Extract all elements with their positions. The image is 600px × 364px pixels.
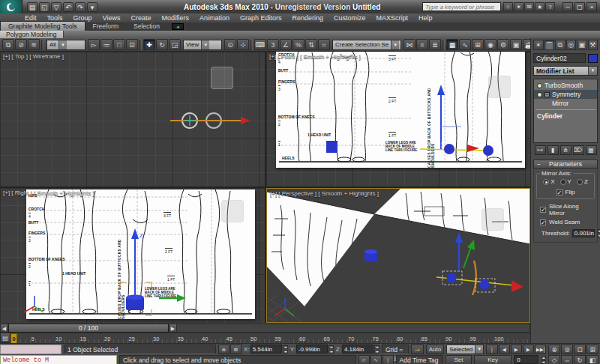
threshold-spinner[interactable]: [597, 229, 600, 237]
mini-curve-editor-icon[interactable]: ▤: [0, 333, 10, 343]
viewport-perspective[interactable]: [+] [ Perspective ] [ Smooth + Highlight…: [266, 188, 530, 323]
align-icon[interactable]: ≡: [416, 39, 428, 50]
pin-stack-icon[interactable]: ⊶: [535, 145, 546, 155]
go-to-key-start-icon[interactable]: |◀◀: [382, 355, 394, 364]
keyboard-shortcut-override-icon[interactable]: ⌨: [254, 39, 266, 50]
viewport-perspective-label[interactable]: [+] [ Perspective ] [ Smooth + Highlight…: [270, 190, 379, 197]
snap-toggle-3d-icon[interactable]: 3: [267, 39, 279, 50]
transform-gizmo[interactable]: [432, 226, 530, 309]
minimize-icon[interactable]: ─: [562, 2, 573, 11]
chevron-down-icon[interactable]: ▾: [475, 345, 483, 354]
redo-icon[interactable]: ↷: [75, 2, 86, 12]
menu-item-maxscript[interactable]: MAXScript: [371, 13, 414, 22]
remove-modifier-icon[interactable]: ⌦: [573, 145, 584, 155]
search-input[interactable]: [422, 2, 501, 11]
chevron-down-icon[interactable]: ▾: [391, 40, 399, 49]
transform-gizmo[interactable]: [401, 82, 514, 164]
favorites-icon[interactable]: ★: [535, 2, 544, 11]
unlink-selection-icon[interactable]: ⊘: [15, 39, 27, 50]
field-of-view-icon[interactable]: ◇: [548, 355, 560, 364]
search-icon[interactable]: ⌾: [503, 2, 513, 11]
modifier-stack-item-mirror[interactable]: Mirror: [534, 99, 597, 108]
modifier-stack-item-cylinder[interactable]: Cylinder: [534, 112, 597, 121]
add-time-tag[interactable]: Add Time Tag: [396, 355, 443, 364]
help-icon[interactable]: ?: [545, 2, 555, 11]
go-to-end-button[interactable]: ▶▶|: [535, 345, 546, 354]
hierarchy-tab[interactable]: ⧉: [555, 40, 566, 50]
menu-item-customize[interactable]: Customize: [328, 13, 371, 22]
previous-frame-button[interactable]: ◀: [499, 345, 510, 354]
named-selection-sets-icon[interactable]: ⌗: [318, 39, 330, 50]
modifier-visibility-icon[interactable]: [537, 83, 542, 88]
quick-access-menu-icon[interactable]: ▾: [87, 2, 98, 12]
display-tab[interactable]: ▣: [577, 40, 587, 50]
mirror-icon[interactable]: ⋈: [404, 39, 416, 50]
create-tab[interactable]: ✶: [533, 40, 544, 50]
menu-item-help[interactable]: Help: [413, 13, 438, 22]
chevron-down-icon[interactable]: ▾: [58, 40, 67, 49]
object-color-swatch[interactable]: [588, 54, 598, 63]
selection-filter-dropdown[interactable]: All ▾: [46, 40, 86, 50]
timeline-ruler[interactable]: 0 51015202530354045505560657075808590951…: [10, 333, 530, 343]
weld-seam-checkbox[interactable]: Weld Seam: [540, 219, 596, 225]
selection-lock-icon[interactable]: ⋒: [218, 345, 230, 354]
key-mode-toggle-icon[interactable]: ∿: [370, 355, 382, 364]
maxscript-mini-listener[interactable]: [0, 345, 62, 354]
viewport-front-label[interactable]: [+] [ Front ] [ Smooth + Highlights ]: [269, 53, 361, 60]
play-button[interactable]: ▶: [511, 345, 522, 354]
z-coord-field[interactable]: 4.184in: [342, 345, 374, 354]
communication-icon[interactable]: ✉: [524, 2, 534, 11]
axis-x-radio[interactable]: X: [543, 178, 554, 185]
tab-graphite-modeling-tools[interactable]: Graphite Modeling Tools: [0, 21, 86, 31]
y-coord-field[interactable]: -0.998in: [296, 345, 328, 354]
undo-icon[interactable]: ↶: [63, 2, 74, 12]
next-frame-button[interactable]: ▶: [523, 345, 534, 354]
x-coord-field[interactable]: 5.544in: [250, 345, 282, 354]
modify-tab[interactable]: ⌒: [544, 40, 555, 50]
viewcube-icon[interactable]: [221, 200, 244, 222]
axis-y-radio[interactable]: Y: [560, 178, 572, 185]
restore-icon[interactable]: ▢: [574, 2, 585, 11]
configure-modifier-sets-icon[interactable]: ▦: [586, 145, 597, 155]
menu-item-rendering[interactable]: Rendering: [287, 13, 329, 22]
chevron-down-icon[interactable]: ▾: [588, 67, 597, 75]
arc-rotate-icon[interactable]: ↻: [574, 355, 586, 364]
select-and-rotate-icon[interactable]: ↻: [156, 39, 168, 50]
go-to-start-button[interactable]: |◀◀: [486, 345, 497, 354]
previous-frame-arrow[interactable]: ◀: [0, 324, 8, 333]
slice-along-mirror-checkbox[interactable]: Slice Along Mirror: [540, 203, 596, 216]
key-filters-button[interactable]: Key Filters...: [474, 355, 512, 364]
zoom-extents-all-icon[interactable]: ⊞: [586, 345, 598, 354]
z-coord-spinner[interactable]: [374, 345, 380, 354]
material-editor-icon[interactable]: ◉: [484, 39, 496, 50]
set-key-button[interactable]: Set Key: [446, 355, 472, 364]
modifier-stack-item-symmetry[interactable]: − Symmetry: [534, 90, 597, 99]
polygon-modeling-panel-tab[interactable]: Polygon Modeling: [0, 31, 64, 38]
y-coord-spinner[interactable]: [328, 345, 334, 354]
chevron-down-icon[interactable]: ▾: [201, 40, 209, 49]
angle-snap-icon[interactable]: ∠: [280, 39, 292, 50]
subscription-icon[interactable]: ✶: [514, 2, 524, 11]
viewport-right[interactable]: [+] [ Right ] [ Smooth + Highlights ]: [0, 188, 265, 323]
maxscript-listener-line[interactable]: Welcome to M: [0, 355, 117, 364]
viewport-top-label[interactable]: [+] [ Top ] [ Wireframe ]: [3, 53, 64, 60]
bind-to-space-warp-icon[interactable]: ≋: [28, 39, 40, 50]
reference-coordinate-dropdown[interactable]: View ▾: [183, 40, 222, 50]
select-and-move-icon[interactable]: ✚: [143, 39, 155, 50]
modifier-list-dropdown[interactable]: Modifier List ▾: [533, 66, 598, 76]
current-frame-marker[interactable]: 0: [10, 333, 17, 344]
frame-spinner[interactable]: [541, 356, 546, 364]
rectangular-selection-region-icon[interactable]: □: [113, 39, 125, 50]
zoom-icon[interactable]: ⊕: [548, 345, 560, 354]
select-and-manipulate-icon[interactable]: ⊹: [237, 39, 249, 50]
schematic-view-icon[interactable]: ⊞: [472, 39, 484, 50]
threshold-field[interactable]: 0.001in: [572, 229, 595, 237]
parameters-rollout-header[interactable]: − Parameters: [533, 160, 598, 169]
show-end-result-icon[interactable]: ▮: [548, 145, 559, 155]
transform-gizmo[interactable]: Z: [105, 225, 195, 319]
graphite-ribbon-toggle-icon[interactable]: ▦: [446, 39, 458, 50]
render-setup-icon[interactable]: ⚙: [497, 39, 509, 50]
save-file-icon[interactable]: ▽: [51, 2, 62, 12]
modifier-stack-item-turbosmooth[interactable]: TurboSmooth: [534, 81, 597, 90]
transform-gizmo[interactable]: [169, 106, 251, 136]
